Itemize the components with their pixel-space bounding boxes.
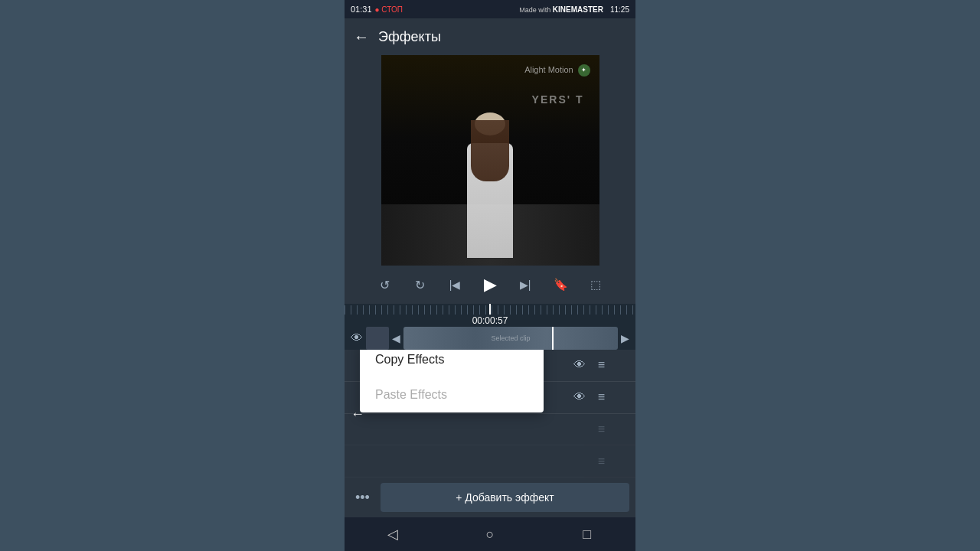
effect-row-3: ≡	[345, 414, 635, 446]
timeline-thumbnail	[366, 327, 389, 350]
phone-container: 01:31 ● СТОП Made with KINEMASTER 11:25 …	[345, 0, 635, 551]
status-right: Made with KINEMASTER 11:25	[519, 5, 629, 14]
effect-eye-button-2[interactable]: 👁	[573, 390, 586, 404]
status-recording: ● СТОП	[375, 5, 403, 14]
more-button[interactable]: •••	[351, 485, 374, 510]
nav-back-button[interactable]: ◁	[377, 519, 408, 549]
timeline-next-button[interactable]: ▶	[621, 332, 629, 344]
right-panel	[635, 0, 980, 551]
timeline-area: 00:00:57 👁 ◀ Selected clip ▶	[345, 304, 635, 350]
effect-row-4: ≡	[345, 445, 635, 478]
video-text-overlay: YERS' T	[532, 93, 584, 106]
bookmark-button[interactable]: 🔖	[550, 274, 571, 295]
timeline-prev-button[interactable]: ◀	[392, 332, 400, 344]
watermark: Alight Motion ✦	[524, 64, 590, 77]
effect-eye-button-1[interactable]: 👁	[573, 358, 586, 372]
effects-list: ← ▶ Плитка 👁 ≡ ▶ Колебание 👁 ≡ ≡ ≡ Copy …	[345, 350, 635, 478]
redo-button[interactable]: ↻	[409, 274, 430, 295]
status-bar: 01:31 ● СТОП Made with KINEMASTER 11:25	[345, 0, 635, 18]
bottom-bar: ••• + Добавить эффект	[345, 478, 635, 517]
effect-menu-button-3: ≡	[598, 422, 605, 436]
status-left: 01:31 ● СТОП	[351, 5, 403, 14]
video-content: Alight Motion ✦ YERS' T	[381, 55, 599, 266]
add-effect-button[interactable]: + Добавить эффект	[381, 483, 629, 512]
timeline-eye-icon[interactable]: 👁	[351, 331, 363, 345]
nav-home-button[interactable]: ○	[475, 519, 505, 549]
timeline-strip: 👁 ◀ Selected clip ▶	[345, 327, 635, 350]
undo-button[interactable]: ↺	[374, 274, 395, 295]
skip-start-button[interactable]: |◀	[444, 274, 466, 295]
export-button[interactable]: ⬚	[585, 274, 606, 295]
paste-effects-item[interactable]: Paste Effects	[360, 377, 544, 412]
status-time: 01:31	[351, 5, 372, 14]
effect-menu-button-1[interactable]: ≡	[598, 358, 605, 372]
play-button[interactable]: ▶	[479, 274, 501, 295]
video-preview: Alight Motion ✦ YERS' T	[381, 55, 599, 266]
context-menu: Copy Effects Paste Effects	[360, 350, 544, 412]
timeline-clip-playhead	[552, 327, 554, 350]
status-clock: 11:25	[610, 5, 629, 14]
header-title: Эффекты	[378, 29, 441, 45]
kinemaster-badge: Made with KINEMASTER	[519, 5, 603, 14]
skip-end-button[interactable]: ▶|	[514, 274, 536, 295]
timeline-ruler	[345, 304, 635, 315]
header: ← Эффекты	[345, 18, 635, 55]
timeline-clip[interactable]: Selected clip	[403, 327, 618, 350]
nav-recents-button[interactable]: □	[572, 519, 603, 549]
left-panel	[0, 0, 345, 551]
nav-bar: ◁ ○ □	[345, 517, 635, 551]
timeline-playhead	[489, 304, 491, 315]
copy-effects-item[interactable]: Copy Effects	[360, 350, 544, 377]
effect-menu-button-2[interactable]: ≡	[598, 390, 605, 404]
effect-menu-button-4: ≡	[598, 455, 605, 468]
header-back-button[interactable]: ←	[354, 28, 369, 46]
timeline-clip-label: Selected clip	[491, 334, 530, 342]
transport-controls: ↺ ↻ |◀ ▶ ▶| 🔖 ⬚	[345, 266, 635, 304]
timeline-time-display: 00:00:57	[472, 315, 508, 327]
